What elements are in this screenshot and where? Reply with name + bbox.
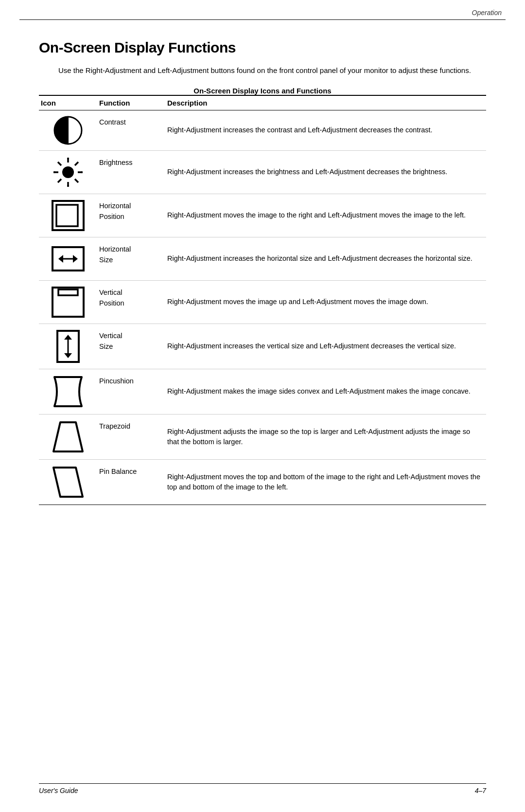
icon-cell-pincushion	[39, 369, 97, 415]
desc-contrast: Right-Adjustment increases the contrast …	[165, 110, 486, 151]
svg-point-12	[67, 185, 69, 187]
section-label: Operation	[472, 9, 502, 17]
vertical-size-icon	[51, 329, 86, 364]
vertical-position-icon	[51, 286, 86, 319]
col-description: Description	[165, 95, 486, 110]
desc-hpos: Right-Adjustment moves the image to the …	[165, 194, 486, 237]
footer-left: User's Guide	[39, 787, 78, 794]
footer-right: 4–7	[475, 787, 486, 794]
svg-marker-18	[58, 255, 63, 263]
table-row: HorizontalSize Right-Adjustment increase…	[39, 237, 486, 281]
function-hsize: HorizontalSize	[97, 237, 165, 281]
table-row: Pincushion Right-Adjustment makes the im…	[39, 369, 486, 415]
desc-brightness: Right-Adjustment increases the brightnes…	[165, 151, 486, 194]
svg-line-10	[58, 179, 61, 182]
svg-rect-22	[58, 289, 78, 295]
contrast-icon	[53, 115, 83, 145]
svg-line-8	[75, 179, 78, 182]
function-pinbalance: Pin Balance	[97, 460, 165, 505]
col-function: Function	[97, 95, 165, 110]
table-row: Trapezoid Right-Adjustment adjusts the i…	[39, 415, 486, 460]
table-row: VerticalPosition Right-Adjustment moves …	[39, 281, 486, 324]
desc-pincushion: Right-Adjustment makes the image sides c…	[165, 369, 486, 415]
icon-cell-contrast	[39, 110, 97, 151]
svg-point-14	[81, 171, 83, 173]
function-contrast: Contrast	[97, 110, 165, 151]
icon-cell-vsize	[39, 324, 97, 369]
function-vpos: VerticalPosition	[97, 281, 165, 324]
svg-marker-27	[53, 422, 83, 451]
desc-trapezoid: Right-Adjustment adjusts the image so th…	[165, 415, 486, 460]
footer-content: User's Guide 4–7	[39, 787, 486, 794]
icon-cell-hpos	[39, 194, 97, 237]
function-vsize: VerticalSize	[97, 324, 165, 369]
intro-paragraph: Use the Right-Adjustment and Left-Adjust…	[39, 65, 486, 76]
svg-point-11	[67, 158, 69, 160]
svg-point-13	[53, 171, 55, 173]
table-row: Pin Balance Right-Adjustment moves the t…	[39, 460, 486, 505]
svg-point-2	[62, 166, 74, 178]
svg-rect-21	[52, 288, 84, 317]
desc-vsize: Right-Adjustment increases the vertical …	[165, 324, 486, 369]
desc-hsize: Right-Adjustment increases the horizonta…	[165, 237, 486, 281]
brightness-icon	[52, 156, 85, 189]
table-row: Brightness Right-Adjustment increases th…	[39, 151, 486, 194]
horizontal-size-icon	[51, 242, 86, 275]
icon-cell-brightness	[39, 151, 97, 194]
icon-cell-vpos	[39, 281, 97, 324]
col-icon: Icon	[39, 95, 97, 110]
pin-balance-icon	[51, 465, 86, 500]
svg-line-7	[58, 162, 61, 165]
desc-vpos: Right-Adjustment moves the image up and …	[165, 281, 486, 324]
table-row: HorizontalPosition Right-Adjustment move…	[39, 194, 486, 237]
pincushion-icon	[51, 374, 86, 409]
page-footer: User's Guide 4–7	[0, 783, 525, 794]
desc-pinbalance: Right-Adjustment moves the top and botto…	[165, 460, 486, 505]
svg-marker-28	[53, 468, 83, 497]
svg-marker-24	[64, 335, 72, 340]
table-heading: On-Screen Display Icons and Functions	[39, 87, 486, 95]
main-content: On-Screen Display Functions Use the Righ…	[0, 20, 525, 534]
table-row: VerticalSize Right-Adjustment increases …	[39, 324, 486, 369]
footer-divider	[39, 783, 486, 784]
icon-cell-pinbalance	[39, 460, 97, 505]
function-trapezoid: Trapezoid	[97, 415, 165, 460]
icon-cell-trapezoid	[39, 415, 97, 460]
page-header: Operation	[0, 0, 525, 17]
horizontal-position-icon	[51, 199, 86, 232]
function-brightness: Brightness	[97, 151, 165, 194]
trapezoid-icon	[51, 419, 86, 454]
svg-marker-25	[64, 353, 72, 358]
svg-line-9	[75, 162, 78, 165]
table-row: Contrast Right-Adjustment increases the …	[39, 110, 486, 151]
svg-marker-19	[73, 255, 78, 263]
svg-rect-16	[56, 205, 78, 226]
page-title: On-Screen Display Functions	[39, 39, 486, 56]
function-pincushion: Pincushion	[97, 369, 165, 415]
function-hpos: HorizontalPosition	[97, 194, 165, 237]
osd-table: Icon Function Description	[39, 95, 486, 505]
icon-cell-hsize	[39, 237, 97, 281]
